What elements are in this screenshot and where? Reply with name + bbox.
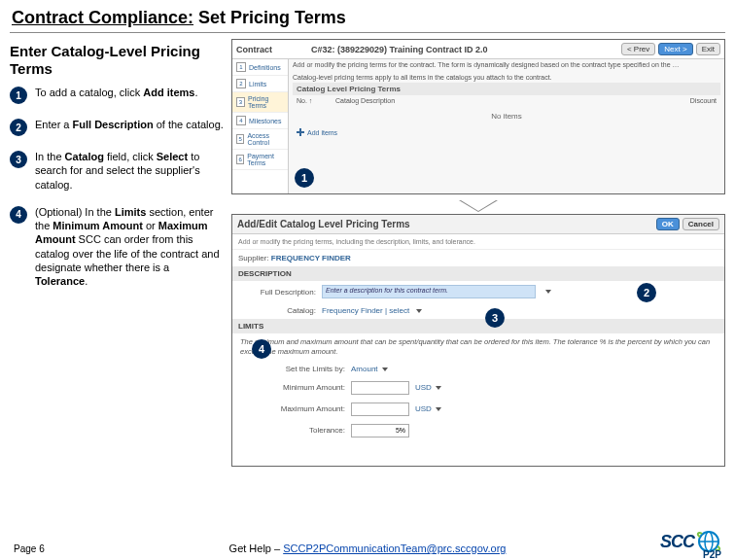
chevron-down-icon[interactable] bbox=[545, 290, 551, 294]
catalog-select-link[interactable]: Frequency Finder | select bbox=[322, 306, 422, 315]
footer: Page 6 Get Help – SCCP2PCommunicationTea… bbox=[0, 529, 735, 554]
col-discount: Discount bbox=[668, 97, 717, 104]
description-header: DESCRIPTION bbox=[232, 266, 724, 281]
blurb-2: Catalog-level pricing terms apply to all… bbox=[293, 74, 720, 81]
side-tab[interactable]: 6Payment Terms bbox=[232, 150, 288, 170]
tab-label: Payment Terms bbox=[247, 153, 284, 166]
tab-label: Milestones bbox=[249, 118, 281, 124]
limits-header: LIMITS bbox=[232, 319, 724, 333]
set-limits-label: Set the Limits by: bbox=[238, 365, 345, 373]
page-title: Contract Compliance: Set Pricing Terms bbox=[0, 0, 735, 32]
step-row: 3In the Catalog field, click Select to s… bbox=[10, 150, 224, 192]
cancel-button[interactable]: Cancel bbox=[682, 218, 719, 230]
min-currency-select[interactable]: USD bbox=[415, 383, 441, 392]
step-bullet: 4 bbox=[10, 206, 27, 224]
plus-icon bbox=[297, 128, 304, 136]
tab-label: Limits bbox=[249, 81, 266, 88]
min-amount-input[interactable] bbox=[351, 381, 409, 395]
step-bullet: 2 bbox=[10, 119, 27, 136]
ok-button[interactable]: OK bbox=[656, 218, 680, 230]
p2p-label: P2P bbox=[703, 549, 721, 560]
modal-subtext: Add or modify the pricing terms, includi… bbox=[232, 234, 724, 250]
chevron-down-icon bbox=[382, 368, 388, 371]
side-tab[interactable]: 4Milestones bbox=[232, 113, 288, 129]
step-text: To add a catalog, click Add items. bbox=[35, 86, 198, 104]
step-text: In the Catalog field, click Select to se… bbox=[35, 150, 224, 192]
tolerance-label: Tolerance: bbox=[238, 426, 345, 435]
side-tab[interactable]: 5Access Control bbox=[232, 129, 288, 150]
add-items-link[interactable]: Add items bbox=[293, 126, 720, 138]
step-row: 4(Optional) In the Limits section, enter… bbox=[10, 205, 224, 289]
callout-3: 3 bbox=[485, 308, 505, 328]
step-row: 2Enter a Full Description of the catalog… bbox=[10, 118, 224, 136]
blurb-1: Add or modify the pricing terms for the … bbox=[293, 61, 720, 68]
title-divider bbox=[10, 32, 725, 33]
title-underline: Contract Compliance: bbox=[12, 8, 193, 27]
callout-1: 1 bbox=[295, 168, 314, 188]
panel-section-label: Contract bbox=[236, 45, 272, 54]
callout-2: 2 bbox=[637, 283, 656, 302]
side-tab[interactable]: 3Pricing Terms bbox=[232, 92, 288, 113]
tab-label: Access Control bbox=[247, 132, 284, 146]
full-desc-label: Full Description: bbox=[238, 288, 316, 297]
tab-number: 6 bbox=[236, 155, 244, 164]
catalog-value: Frequency Finder | select bbox=[322, 306, 409, 315]
supplier-value: FREQUENCY FINDER bbox=[271, 254, 351, 262]
col-no: No. ↑ bbox=[297, 97, 335, 104]
col-catalog: Catalog Description bbox=[335, 97, 668, 104]
max-amount-input[interactable] bbox=[351, 402, 409, 416]
max-currency-select[interactable]: USD bbox=[415, 404, 441, 413]
side-tab[interactable]: 2Limits bbox=[232, 76, 288, 92]
section-header: Catalog Level Pricing Terms bbox=[293, 83, 720, 95]
tab-label: Definitions bbox=[249, 64, 281, 71]
supplier-label: Supplier: bbox=[238, 254, 269, 262]
help-text: Get Help – SCCP2PCommunicationTeam@prc.s… bbox=[229, 542, 507, 554]
step-row: 1To add a catalog, click Add items. bbox=[10, 86, 224, 104]
tab-number: 4 bbox=[236, 116, 246, 125]
title-rest: Set Pricing Terms bbox=[193, 8, 346, 27]
help-email-link[interactable]: SCCP2PCommunicationTeam@prc.sccgov.org bbox=[283, 542, 506, 554]
set-limits-select[interactable]: Amount bbox=[351, 365, 388, 373]
screenshot-column: Contract C#32: (389229029) Training Cont… bbox=[231, 39, 725, 467]
max-amount-label: Maximum Amount: bbox=[238, 404, 345, 413]
step-text: Enter a Full Description of the catalog. bbox=[35, 118, 224, 136]
modal-title: Add/Edit Catalog Level Pricing Terms bbox=[237, 219, 410, 229]
prev-button[interactable]: < Prev bbox=[621, 43, 655, 55]
tab-number: 1 bbox=[236, 62, 246, 72]
step-text: (Optional) In the Limits section, enter … bbox=[35, 205, 224, 289]
chevron-down-icon bbox=[416, 309, 422, 313]
tab-number: 3 bbox=[236, 97, 245, 107]
tab-label: Pricing Terms bbox=[248, 95, 284, 109]
side-tab[interactable]: 1Definitions bbox=[232, 59, 288, 76]
next-button[interactable]: Next > bbox=[658, 43, 692, 55]
step-bullet: 3 bbox=[10, 151, 27, 168]
exit-button[interactable]: Exit bbox=[696, 43, 720, 55]
instruction-column: Enter Catalog-Level Pricing Terms 1To ad… bbox=[10, 39, 224, 467]
no-items-text: No items bbox=[293, 106, 720, 126]
add-items-label: Add items bbox=[307, 129, 337, 136]
contract-title: C#32: (389229029) Training Contract ID 2… bbox=[311, 45, 488, 54]
side-tabs: 1Definitions2Limits3Pricing Terms4Milest… bbox=[232, 59, 289, 193]
page-number: Page 6 bbox=[14, 543, 45, 554]
catalog-label: Catalog: bbox=[238, 306, 316, 315]
tab-number: 5 bbox=[236, 134, 244, 144]
contract-panel: Contract C#32: (389229029) Training Cont… bbox=[231, 39, 725, 194]
subheading: Enter Catalog-Level Pricing Terms bbox=[10, 39, 224, 86]
full-desc-input[interactable]: Enter a description for this contract te… bbox=[322, 285, 536, 298]
tab-number: 2 bbox=[236, 79, 246, 88]
logo-text: SCC bbox=[660, 532, 694, 552]
step-bullet: 1 bbox=[10, 87, 27, 104]
tolerance-input[interactable] bbox=[351, 424, 409, 438]
flow-arrow bbox=[231, 200, 725, 214]
callout-4: 4 bbox=[252, 339, 271, 359]
modal-panel: Add/Edit Catalog Level Pricing Terms OK … bbox=[231, 214, 725, 467]
limits-description: The minimum and maximum amount that can … bbox=[232, 333, 724, 361]
min-amount-label: Minimum Amount: bbox=[238, 383, 345, 392]
